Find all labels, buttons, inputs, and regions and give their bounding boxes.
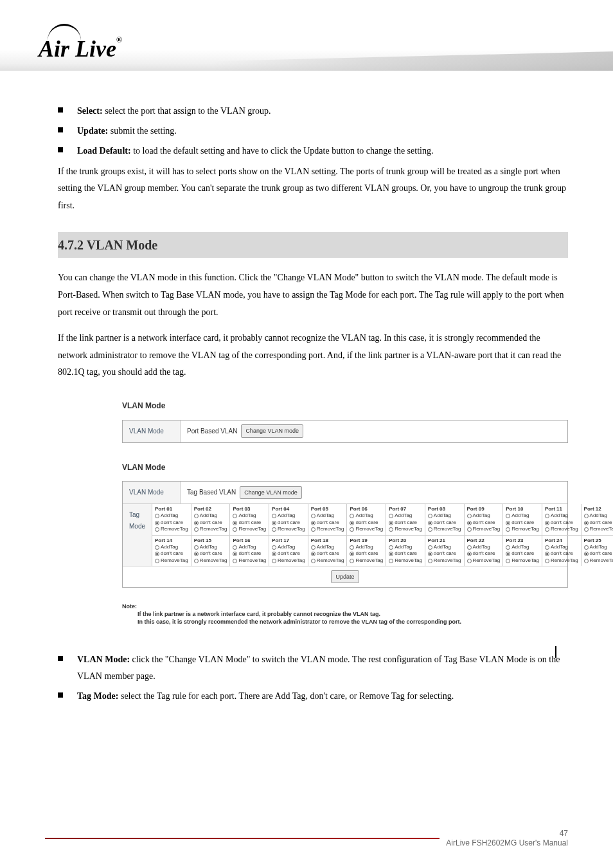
section-heading: 4.7.2 VLAN Mode: [58, 232, 568, 258]
tag-mode-radio[interactable]: AddTag: [272, 544, 305, 550]
bullet-term: Update:: [77, 126, 108, 136]
port-name: Port 23: [506, 538, 539, 544]
tag-mode-radio[interactable]: don't care: [467, 520, 501, 526]
header-swoosh: [215, 51, 613, 71]
port-name: Port 02: [194, 506, 227, 512]
tag-mode-radio[interactable]: don't care: [428, 520, 461, 526]
tag-mode-radio[interactable]: don't care: [584, 520, 613, 526]
page-header: Air Live®: [0, 0, 613, 71]
port-cell: Port 10AddTagdon't careRemoveTag: [502, 504, 542, 535]
tag-mode-radio[interactable]: don't care: [350, 550, 383, 557]
port-cell: Port 23AddTagdon't careRemoveTag: [502, 536, 542, 566]
tag-mode-radio[interactable]: AddTag: [545, 512, 578, 519]
tag-mode-radio[interactable]: RemoveTag: [584, 526, 613, 532]
tag-mode-radio[interactable]: AddTag: [389, 544, 422, 550]
tag-mode-radio[interactable]: AddTag: [311, 544, 344, 550]
tag-mode-radio[interactable]: don't care: [272, 550, 305, 557]
tag-mode-radio[interactable]: RemoveTag: [389, 557, 422, 564]
tag-mode-radio[interactable]: don't care: [350, 520, 383, 526]
tag-mode-radio[interactable]: AddTag: [155, 544, 188, 550]
tag-mode-radio[interactable]: AddTag: [467, 512, 501, 519]
port-name: Port 16: [233, 538, 266, 544]
tag-mode-radio[interactable]: AddTag: [428, 512, 461, 519]
tag-mode-radio[interactable]: RemoveTag: [194, 557, 227, 564]
tag-mode-radio[interactable]: RemoveTag: [467, 526, 501, 532]
bullet-text: click the "Change VLAN Mode" to switch t…: [77, 655, 560, 680]
tag-mode-radio[interactable]: AddTag: [467, 544, 501, 550]
tag-mode-radio[interactable]: AddTag: [194, 512, 227, 519]
tag-mode-radio[interactable]: RemoveTag: [272, 526, 305, 532]
port-name: Port 17: [272, 538, 305, 544]
tag-mode-radio[interactable]: don't care: [389, 520, 422, 526]
tag-mode-radio[interactable]: AddTag: [155, 512, 188, 519]
tag-mode-radio[interactable]: AddTag: [506, 544, 539, 550]
tag-mode-radio[interactable]: don't care: [389, 550, 422, 557]
tag-mode-radio[interactable]: don't care: [311, 520, 344, 526]
tag-mode-radio[interactable]: RemoveTag: [194, 526, 227, 532]
tag-mode-radio[interactable]: RemoveTag: [428, 526, 461, 532]
tag-mode-radio[interactable]: RemoveTag: [545, 526, 578, 532]
tag-mode-radio[interactable]: RemoveTag: [311, 526, 344, 532]
update-button[interactable]: Update: [331, 570, 359, 583]
tag-mode-radio[interactable]: RemoveTag: [311, 557, 344, 564]
tag-mode-radio[interactable]: don't care: [194, 520, 227, 526]
tag-mode-radio[interactable]: RemoveTag: [389, 526, 422, 532]
port-cell: Port 05AddTagdon't careRemoveTag: [308, 504, 347, 535]
tag-mode-radio[interactable]: don't care: [233, 550, 266, 557]
tag-mode-radio[interactable]: AddTag: [584, 544, 613, 550]
tag-mode-radio[interactable]: don't care: [584, 550, 613, 557]
port-cell: Port 03AddTagdon't careRemoveTag: [229, 504, 269, 535]
tag-mode-radio[interactable]: AddTag: [194, 544, 227, 550]
tag-mode-radio[interactable]: don't care: [506, 520, 539, 526]
tag-mode-radio[interactable]: RemoveTag: [506, 557, 539, 564]
bullet-text: to load the default setting and have to …: [133, 146, 433, 156]
tag-mode-radio[interactable]: don't care: [155, 520, 188, 526]
port-cell: Port 18AddTagdon't careRemoveTag: [308, 536, 347, 566]
tag-mode-radio[interactable]: RemoveTag: [350, 557, 383, 564]
tag-mode-radio[interactable]: RemoveTag: [350, 526, 383, 532]
tag-mode-radio[interactable]: RemoveTag: [272, 557, 305, 564]
port-cell: Port 16AddTagdon't careRemoveTag: [229, 536, 269, 566]
page-footer: 47 AirLive FSH2602MG User's Manual: [0, 829, 613, 849]
tag-mode-radio[interactable]: don't care: [233, 520, 266, 526]
tag-mode-radio[interactable]: don't care: [155, 550, 188, 557]
tag-mode-radio[interactable]: don't care: [194, 550, 227, 557]
tag-mode-radio[interactable]: RemoveTag: [155, 526, 188, 532]
tag-mode-radio[interactable]: RemoveTag: [584, 557, 613, 564]
tag-mode-radio[interactable]: RemoveTag: [155, 557, 188, 564]
tag-mode-radio[interactable]: don't care: [311, 550, 344, 557]
change-vlan-mode-button[interactable]: Change VLAN mode: [240, 486, 302, 499]
tag-mode-radio[interactable]: RemoveTag: [233, 557, 266, 564]
tag-mode-radio[interactable]: AddTag: [350, 512, 383, 519]
port-cell: Port 15AddTagdon't careRemoveTag: [191, 536, 230, 566]
tag-mode-radio[interactable]: AddTag: [311, 512, 344, 519]
tag-mode-radio[interactable]: don't care: [272, 520, 305, 526]
field-label: Tag Mode: [123, 504, 152, 566]
tag-mode-radio[interactable]: RemoveTag: [506, 526, 539, 532]
port-cell: Port 09AddTagdon't careRemoveTag: [464, 504, 503, 535]
port-name: Port 21: [428, 538, 461, 544]
tag-mode-radio[interactable]: AddTag: [233, 544, 266, 550]
port-name: Port 01: [155, 506, 188, 512]
tag-mode-radio[interactable]: RemoveTag: [428, 557, 461, 564]
tag-mode-radio[interactable]: don't care: [506, 550, 539, 557]
tag-mode-radio[interactable]: don't care: [545, 550, 578, 557]
bullet-text: select the Tag rule for each port. There…: [121, 691, 454, 701]
tag-mode-radio[interactable]: AddTag: [545, 544, 578, 550]
port-name: Port 22: [467, 538, 501, 544]
tag-mode-radio[interactable]: AddTag: [272, 512, 305, 519]
port-name: Port 07: [389, 506, 422, 512]
tag-mode-radio[interactable]: don't care: [467, 550, 501, 557]
tag-mode-radio[interactable]: don't care: [545, 520, 578, 526]
tag-mode-radio[interactable]: AddTag: [350, 544, 383, 550]
tag-mode-radio[interactable]: don't care: [428, 550, 461, 557]
tag-mode-radio[interactable]: AddTag: [233, 512, 266, 519]
tag-mode-radio[interactable]: RemoveTag: [233, 526, 266, 532]
tag-mode-radio[interactable]: AddTag: [428, 544, 461, 550]
tag-mode-radio[interactable]: RemoveTag: [545, 557, 578, 564]
tag-mode-radio[interactable]: AddTag: [584, 512, 613, 519]
change-vlan-mode-button[interactable]: Change VLAN mode: [241, 424, 303, 437]
tag-mode-radio[interactable]: AddTag: [389, 512, 422, 519]
tag-mode-radio[interactable]: RemoveTag: [467, 557, 501, 564]
tag-mode-radio[interactable]: AddTag: [506, 512, 539, 519]
